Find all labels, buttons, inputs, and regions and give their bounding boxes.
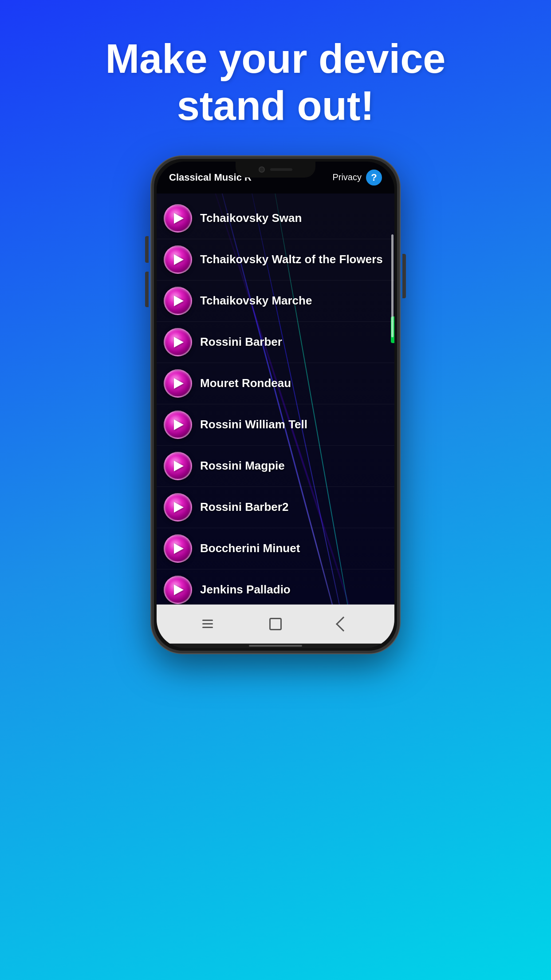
play-button-circle [164,411,192,439]
music-title: Tchaikovsky Waltz of the Flowers [200,253,383,266]
play-button[interactable] [164,287,192,315]
nav-menu-button[interactable] [202,620,213,628]
notch-camera [259,166,265,173]
play-button-circle [164,452,192,480]
phone-screen: Classical Music R Privacy ? [157,162,394,648]
notch-speaker [270,168,292,171]
play-triangle-icon [174,213,184,224]
music-title: Tchaikovsky Swan [200,211,302,225]
play-triangle-icon [174,296,184,306]
play-button[interactable] [164,576,192,604]
play-button-circle [164,287,192,315]
headline-line1: Make your device [105,36,445,81]
volume-down-button [145,272,149,307]
music-list-item[interactable]: Mouret Rondeau [157,363,394,404]
music-list-item[interactable]: Rossini Barber2 [157,487,394,528]
help-button[interactable]: ? [366,170,382,186]
music-title: Rossini Barber2 [200,500,288,514]
play-button-circle [164,204,192,233]
nav-home-button[interactable] [269,618,282,630]
music-title: Jenkins Palladio [200,583,291,597]
phone-frame: Classical Music R Privacy ? [151,156,400,653]
play-button-circle [164,245,192,274]
play-button[interactable] [164,328,192,356]
headline-line2: stand out! [177,83,374,128]
play-button[interactable] [164,493,192,522]
play-button-circle [164,493,192,522]
play-button[interactable] [164,411,192,439]
status-bar-right: Privacy ? [332,170,382,186]
notch [236,162,315,178]
volume-up-button [145,236,149,263]
headline: Make your device stand out! [79,36,472,130]
back-icon [336,616,351,632]
nav-back-button[interactable] [338,619,349,629]
nav-bar [157,605,394,644]
content-area: Tchaikovsky Swan Tchaikovsky Waltz of th… [157,194,394,605]
music-list-item[interactable]: Boccherini Minuet [157,528,394,569]
music-title: Tchaikovsky Marche [200,294,312,308]
music-list-item[interactable]: Rossini Magpie [157,446,394,487]
play-button[interactable] [164,534,192,563]
play-button[interactable] [164,369,192,398]
bottom-pill [249,645,302,647]
play-triangle-icon [174,254,184,265]
music-list-item[interactable]: Tchaikovsky Swan [157,198,394,239]
phone-bottom-bar [157,644,394,648]
music-list: Tchaikovsky Swan Tchaikovsky Waltz of th… [157,194,394,605]
play-button[interactable] [164,204,192,233]
play-triangle-icon [174,378,184,389]
play-triangle-icon [174,419,184,430]
music-title: Rossini Magpie [200,459,285,473]
privacy-label[interactable]: Privacy [332,172,362,182]
music-list-item[interactable]: Tchaikovsky Marche [157,281,394,322]
music-title: Rossini Barber [200,335,282,349]
power-button [402,254,406,298]
music-title: Rossini William Tell [200,418,307,431]
play-triangle-icon [174,585,184,595]
hamburger-icon [202,620,213,628]
music-list-item[interactable]: Jenkins Palladio [157,569,394,605]
music-list-item[interactable]: Tchaikovsky Waltz of the Flowers [157,239,394,281]
play-triangle-icon [174,502,184,513]
play-button[interactable] [164,245,192,274]
status-bar: Classical Music R Privacy ? [157,162,394,194]
music-title: Boccherini Minuet [200,541,300,555]
play-button-circle [164,534,192,563]
play-button[interactable] [164,452,192,480]
play-button-circle [164,328,192,356]
home-icon [269,618,282,630]
play-button-circle [164,576,192,604]
play-button-circle [164,369,192,398]
play-triangle-icon [174,337,184,348]
music-list-item[interactable]: Rossini Barber [157,322,394,363]
phone-wrapper: Classical Music R Privacy ? [151,156,400,653]
music-list-item[interactable]: Rossini William Tell [157,404,394,446]
play-triangle-icon [174,543,184,554]
play-triangle-icon [174,461,184,471]
music-title: Mouret Rondeau [200,376,291,390]
